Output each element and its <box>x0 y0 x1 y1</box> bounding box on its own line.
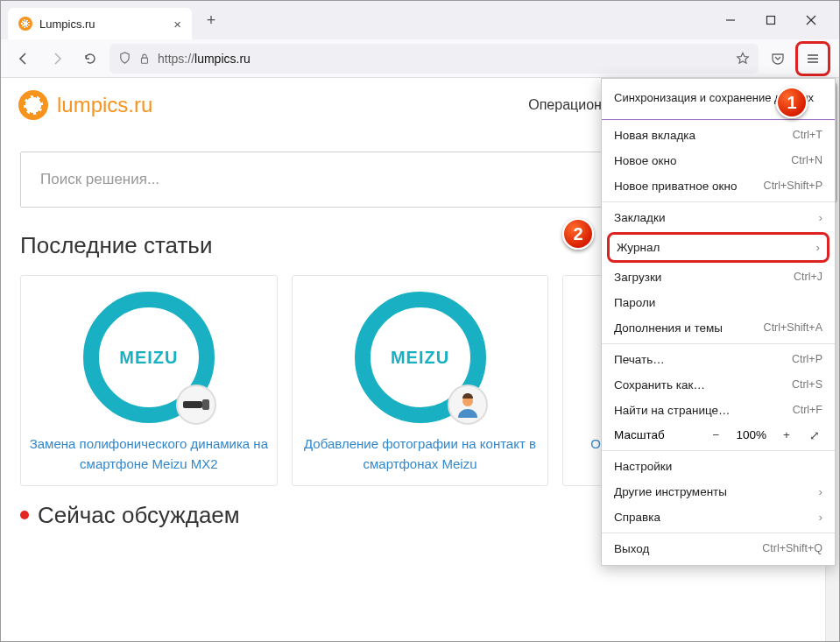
svg-rect-4 <box>142 58 148 63</box>
address-bar[interactable]: https://lumpics.ru <box>109 44 759 74</box>
menu-new-private[interactable]: Новое приватное окноCtrl+Shift+P <box>602 173 835 199</box>
svg-rect-9 <box>202 399 209 410</box>
annotation-badge-1: 1 <box>776 87 808 118</box>
bookmark-star-icon[interactable] <box>736 52 750 66</box>
card-title: Замена полифонического динамика на смарт… <box>28 434 270 475</box>
menu-find[interactable]: Найти на странице…Ctrl+F <box>602 398 835 423</box>
titlebar: Lumpics.ru × + <box>1 1 839 39</box>
pocket-button[interactable] <box>764 45 792 73</box>
site-logo[interactable]: lumpics.ru <box>18 90 152 120</box>
card-title: Добавление фотографии на контакт в смарт… <box>300 434 541 475</box>
logo-text: lumpics.ru <box>57 93 152 117</box>
svg-rect-8 <box>183 401 202 408</box>
zoom-in-button[interactable]: + <box>779 428 794 441</box>
browser-toolbar: https://lumpics.ru <box>1 39 839 78</box>
app-menu: Синхронизация и сохранение данных Новая … <box>601 78 836 566</box>
close-window-button[interactable] <box>799 8 823 32</box>
chevron-right-icon: › <box>819 511 823 524</box>
menu-quit[interactable]: ВыходCtrl+Shift+Q <box>602 536 835 561</box>
menu-bookmarks[interactable]: Закладки› <box>602 205 835 230</box>
menu-zoom: Масштаб − 100% + ⤢ <box>602 423 835 448</box>
menu-history[interactable]: Журнал› <box>607 232 829 263</box>
zoom-value: 100% <box>736 428 766 441</box>
lock-icon <box>138 53 151 65</box>
menu-downloads[interactable]: ЗагрузкиCtrl+J <box>602 265 835 290</box>
reload-button[interactable] <box>76 45 104 73</box>
menu-save-as[interactable]: Сохранить как…Ctrl+S <box>602 372 835 398</box>
browser-tab[interactable]: Lumpics.ru × <box>8 8 192 39</box>
chevron-right-icon: › <box>819 485 823 498</box>
chevron-right-icon: › <box>819 211 823 224</box>
forward-button[interactable] <box>43 45 71 73</box>
article-card[interactable]: MEIZU Добавление фотографии на контакт в… <box>292 275 549 486</box>
close-tab-icon[interactable]: × <box>173 17 181 32</box>
menu-new-window[interactable]: Новое окноCtrl+N <box>602 148 835 173</box>
menu-addons[interactable]: Дополнения и темыCtrl+Shift+A <box>602 315 835 341</box>
menu-button-highlight <box>795 41 830 76</box>
svg-rect-1 <box>767 17 775 25</box>
minimize-button[interactable] <box>718 8 743 32</box>
app-menu-button[interactable] <box>799 45 827 73</box>
card-image: MEIZU <box>83 292 215 423</box>
annotation-badge-2: 2 <box>562 218 594 250</box>
menu-settings[interactable]: Настройки <box>602 454 835 479</box>
zoom-out-button[interactable]: − <box>708 428 724 441</box>
speaker-icon <box>176 384 216 425</box>
shield-icon <box>118 52 131 65</box>
url-text: https://lumpics.ru <box>158 52 251 66</box>
menu-new-tab[interactable]: Новая вкладкаCtrl+T <box>602 123 835 148</box>
menu-print[interactable]: Печать…Ctrl+P <box>602 347 835 372</box>
menu-help[interactable]: Справка› <box>602 504 835 530</box>
new-tab-button[interactable]: + <box>199 8 223 32</box>
favicon-icon <box>18 17 32 31</box>
logo-icon <box>18 90 48 120</box>
back-button[interactable] <box>10 45 38 73</box>
avatar-icon <box>448 384 488 425</box>
article-card[interactable]: MEIZU Замена полифонического динамика на… <box>20 275 278 486</box>
fullscreen-button[interactable]: ⤢ <box>807 428 822 442</box>
maximize-button[interactable] <box>759 8 783 32</box>
bullet-icon <box>20 511 29 519</box>
chevron-right-icon: › <box>816 241 821 254</box>
window-controls <box>718 8 832 32</box>
tab-title: Lumpics.ru <box>39 18 95 31</box>
menu-more-tools[interactable]: Другие инструменты› <box>602 479 835 504</box>
card-image: MEIZU <box>355 292 486 423</box>
menu-passwords[interactable]: Пароли <box>602 290 835 315</box>
